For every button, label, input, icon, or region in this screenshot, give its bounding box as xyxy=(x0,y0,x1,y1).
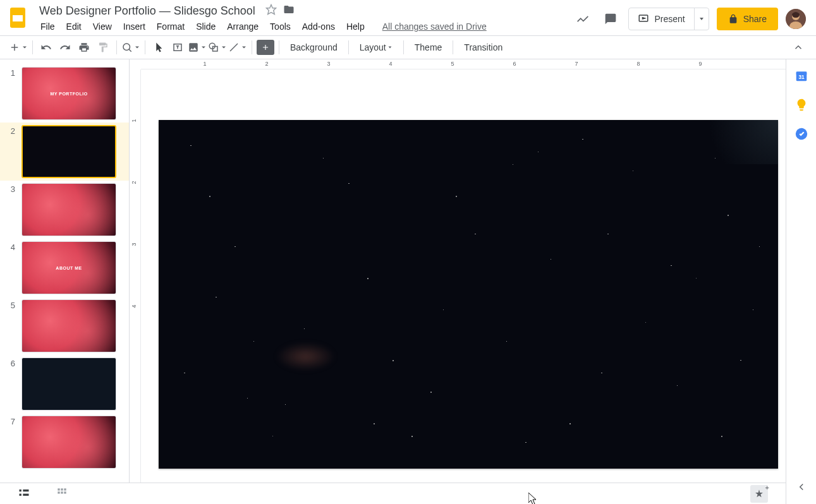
menu-addons[interactable]: Add-ons xyxy=(297,19,340,34)
undo-button[interactable] xyxy=(37,39,55,56)
slide-thumbnail[interactable] xyxy=(21,125,116,178)
text-box-button[interactable] xyxy=(169,39,186,56)
expand-panel-icon[interactable] xyxy=(796,481,807,495)
slide-thumbnail[interactable] xyxy=(21,357,116,411)
explore-button[interactable] xyxy=(750,485,768,503)
menu-tools[interactable]: Tools xyxy=(265,19,296,34)
app-header: Web Designer Portfolio — Slidesgo School… xyxy=(0,0,816,35)
background-button[interactable]: Background xyxy=(284,39,344,56)
print-button[interactable] xyxy=(75,39,93,56)
current-slide[interactable] xyxy=(159,120,778,469)
insert-comment-button[interactable] xyxy=(257,40,274,55)
svg-rect-25 xyxy=(23,493,28,495)
svg-rect-31 xyxy=(64,491,66,493)
main-area: 1MY PORTFOLIO234ABOUT ME567 123456789 12… xyxy=(0,59,816,504)
slide-thumb-row[interactable]: 2 xyxy=(0,123,129,181)
line-button[interactable] xyxy=(228,39,247,56)
slide-number: 6 xyxy=(8,359,15,368)
folder-icon[interactable] xyxy=(283,4,295,18)
present-dropdown[interactable] xyxy=(694,8,709,30)
paint-format-button xyxy=(94,39,112,56)
slide-number: 4 xyxy=(8,243,15,252)
side-panel: 31 xyxy=(786,59,816,504)
slide-thumbnail[interactable] xyxy=(21,183,116,236)
transition-button[interactable]: Transition xyxy=(458,39,509,56)
slide-thumb-row[interactable]: 1MY PORTFOLIO xyxy=(0,64,129,123)
svg-rect-23 xyxy=(20,493,21,495)
slide-thumb-row[interactable]: 7 xyxy=(0,413,129,471)
theme-button[interactable]: Theme xyxy=(408,39,449,56)
star-icon[interactable] xyxy=(265,4,277,18)
document-title[interactable]: Web Designer Portfolio — Slidesgo School xyxy=(35,3,259,19)
svg-rect-22 xyxy=(20,489,21,491)
save-status[interactable]: All changes saved in Drive xyxy=(382,21,487,32)
menu-arrange[interactable]: Arrange xyxy=(222,19,264,34)
svg-marker-4 xyxy=(643,18,645,19)
present-label: Present xyxy=(654,14,685,24)
calendar-icon[interactable]: 31 xyxy=(794,68,809,83)
slide-thumbnail[interactable] xyxy=(21,416,116,469)
tasks-icon[interactable] xyxy=(794,126,809,141)
svg-rect-1 xyxy=(13,15,23,21)
user-avatar[interactable] xyxy=(786,9,806,29)
shape-button[interactable] xyxy=(208,39,227,56)
grid-view-icon[interactable] xyxy=(56,486,68,501)
svg-rect-30 xyxy=(61,491,63,493)
footer-bar xyxy=(0,483,786,504)
slide-thumb-row[interactable]: 5 xyxy=(0,297,129,355)
svg-line-10 xyxy=(129,49,131,52)
select-tool[interactable] xyxy=(150,39,167,56)
svg-point-9 xyxy=(123,44,130,51)
svg-marker-5 xyxy=(700,18,703,20)
svg-rect-28 xyxy=(64,488,66,490)
slide-thumbnail[interactable] xyxy=(21,299,116,352)
redo-button[interactable] xyxy=(56,39,74,56)
slide-thumb-row[interactable]: 3 xyxy=(0,181,129,239)
svg-text:31: 31 xyxy=(798,75,805,80)
layout-button[interactable]: Layout xyxy=(353,39,399,56)
collapse-toolbar-icon[interactable] xyxy=(789,39,807,56)
menu-view[interactable]: View xyxy=(88,19,117,34)
svg-marker-17 xyxy=(388,46,391,48)
menu-slide[interactable]: Slide xyxy=(191,19,221,34)
slide-number: 1 xyxy=(8,68,15,78)
menu-format[interactable]: Format xyxy=(152,19,190,34)
horizontal-ruler[interactable]: 123456789 xyxy=(141,59,786,69)
slide-thumb-row[interactable]: 4ABOUT ME xyxy=(0,239,129,297)
menu-bar: File Edit View Insert Format Slide Arran… xyxy=(35,19,573,34)
slide-number: 5 xyxy=(8,301,15,310)
slide-filmstrip[interactable]: 1MY PORTFOLIO234ABOUT ME567 xyxy=(0,59,130,504)
keep-icon[interactable] xyxy=(794,97,809,112)
slides-logo[interactable] xyxy=(5,5,30,30)
menu-file[interactable]: File xyxy=(35,19,60,34)
zoom-button[interactable] xyxy=(121,39,140,56)
svg-line-16 xyxy=(230,44,238,51)
slide-number: 3 xyxy=(8,184,15,194)
svg-rect-29 xyxy=(58,491,59,493)
canvas-area: 123456789 1234 xyxy=(130,59,786,504)
activity-icon[interactable] xyxy=(573,9,593,29)
toolbar: Background Layout Theme Transition xyxy=(0,35,816,59)
slide-thumbnail[interactable]: MY PORTFOLIO xyxy=(21,67,116,120)
header-actions: Present Share xyxy=(573,8,806,30)
share-button[interactable]: Share xyxy=(717,8,778,30)
svg-marker-2 xyxy=(266,5,276,15)
svg-rect-24 xyxy=(23,489,28,491)
new-slide-button[interactable] xyxy=(9,39,28,56)
menu-insert[interactable]: Insert xyxy=(118,19,150,34)
vertical-ruler[interactable]: 1234 xyxy=(130,69,141,504)
slide-thumbnail[interactable]: ABOUT ME xyxy=(21,241,116,294)
menu-edit[interactable]: Edit xyxy=(61,19,87,34)
title-area: Web Designer Portfolio — Slidesgo School… xyxy=(35,4,573,34)
svg-rect-27 xyxy=(61,488,63,490)
slide-thumb-row[interactable]: 6 xyxy=(0,355,129,413)
comments-icon[interactable] xyxy=(600,9,621,29)
svg-rect-26 xyxy=(58,488,59,490)
menu-help[interactable]: Help xyxy=(341,19,370,34)
slide-canvas[interactable] xyxy=(141,69,786,504)
share-label: Share xyxy=(743,14,767,24)
insert-image-button[interactable] xyxy=(188,39,207,56)
slide-number: 2 xyxy=(8,126,15,136)
present-button[interactable]: Present xyxy=(628,8,709,30)
filmstrip-view-icon[interactable] xyxy=(18,486,30,501)
